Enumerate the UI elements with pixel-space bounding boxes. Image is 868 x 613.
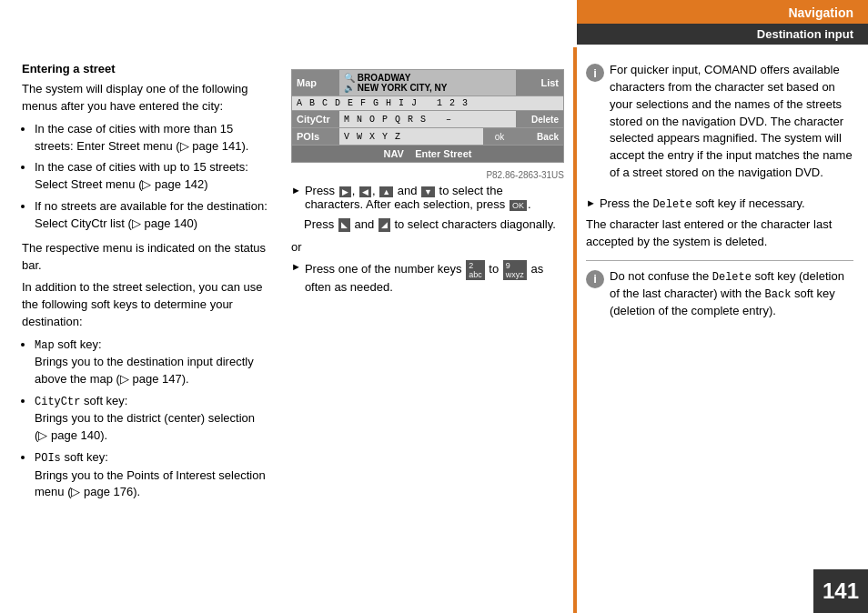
list-item: POIs soft key:Brings you to the Points o… xyxy=(35,449,269,501)
down-arrow-icon: ▼ xyxy=(421,186,435,197)
nav-delete-cell: Delete xyxy=(516,111,563,127)
step1-bullet: ► Press ▶, ◀, ▲ and ▼ to select the char… xyxy=(291,184,564,211)
bullet-list: In the case of cities with more than 15 … xyxy=(35,121,269,233)
delete-key-label: Delete xyxy=(652,198,691,211)
info-box-1: i For quicker input, COMAND offers avail… xyxy=(586,62,853,187)
nav-bottom-row: NAV Enter Street xyxy=(292,146,563,162)
delete-step-text: Press the Delete soft key if necessary. xyxy=(600,196,805,211)
divider xyxy=(586,260,853,261)
list-item: In the case of cities with more than 15 … xyxy=(35,121,269,156)
map-icon: 🔍 BROADWAY xyxy=(344,73,410,83)
list-item: If no streets are available for the dest… xyxy=(35,198,269,233)
intro-text: The system will display one of the follo… xyxy=(22,81,269,116)
right-arrow-icon: ▶ xyxy=(339,186,351,197)
map-label: Map xyxy=(297,77,317,88)
nav-label: NAV xyxy=(383,148,403,159)
header-nav-label: Navigation xyxy=(577,0,868,24)
step2-text: Press one of the number keys 2abc to 9wx… xyxy=(305,260,564,294)
left-column: Entering a street The system will displa… xyxy=(0,47,282,613)
nav-diagram: Map 🔍 BROADWAY 🔉 NEW YORK CITY, NY List … xyxy=(291,69,564,163)
city-label: 🔉 NEW YORK CITY, NY xyxy=(344,83,448,93)
softkey-pois: POIs xyxy=(35,452,61,465)
softkey-map: Map xyxy=(35,339,55,352)
nav-ok-cell: ok xyxy=(483,128,516,145)
nav-caption: P82.86-2863-31US xyxy=(291,170,564,180)
nav-cityctr-cell: CityCtr xyxy=(292,111,339,127)
delete-step-bullet: ► Press the Delete soft key if necessary… xyxy=(586,196,853,211)
list-item: Map soft key:Brings you to the destinati… xyxy=(35,337,269,388)
delete-key-ref: Delete xyxy=(712,271,752,284)
up-arrow-icon: ▲ xyxy=(379,186,393,197)
step1-text: Press ▶, ◀, ▲ and ▼ to select the charac… xyxy=(305,184,564,211)
list-item: CityCtr soft key:Brings you to the distr… xyxy=(35,393,269,445)
para1: The respective menu is indicated on the … xyxy=(22,240,269,275)
right-column: i For quicker input, COMAND offers avail… xyxy=(573,47,868,613)
main-content: Entering a street The system will displa… xyxy=(0,47,868,613)
header: Navigation Destination input xyxy=(577,0,868,47)
back-key-ref: Back xyxy=(765,288,792,301)
nav-map-cell: Map xyxy=(292,70,339,95)
mid-column: Map 🔍 BROADWAY 🔉 NEW YORK CITY, NY List … xyxy=(282,47,573,613)
info-icon-1: i xyxy=(586,64,604,82)
arrow-icon-3: ► xyxy=(586,197,596,208)
diag-right-icon: ◢ xyxy=(378,218,390,232)
enter-street-label: Enter Street xyxy=(415,148,471,159)
ok-icon: OK xyxy=(510,200,527,211)
nav-chars1: A B C D E F G H I J 1 2 3 xyxy=(292,96,563,110)
arrow-icon-2: ► xyxy=(291,261,301,272)
nav-row-pois: POIs V W X Y Z ok Back xyxy=(292,128,563,146)
char-deleted-text: The character last entered or the charac… xyxy=(586,216,853,251)
para2: In addition to the street selection, you… xyxy=(22,279,269,331)
info1-text: For quicker input, COMAND offers availab… xyxy=(610,62,853,182)
diag-left-icon: ◣ xyxy=(338,218,350,232)
info-box-2: i Do not confuse the Delete soft key (de… xyxy=(586,268,853,327)
or-label: or xyxy=(291,239,564,256)
num-key-9: 9wxyz xyxy=(503,260,527,280)
step1b-text: Press ◣ and ◢ to select characters diago… xyxy=(304,216,564,234)
nav-pois-cell: POIs xyxy=(292,128,339,145)
nav-back-cell: Back xyxy=(516,128,563,145)
section-title: Entering a street xyxy=(22,62,269,75)
nav-row-1: Map 🔍 BROADWAY 🔉 NEW YORK CITY, NY List xyxy=(292,70,563,96)
info-icon-2: i xyxy=(586,270,604,288)
softkey-cityctr: CityCtr xyxy=(35,396,80,408)
step2-bullet: ► Press one of the number keys 2abc to 9… xyxy=(291,260,564,294)
softkey-list: Map soft key:Brings you to the destinati… xyxy=(35,337,269,501)
nav-row-cityctr: CityCtr M N O P Q R S – Delete xyxy=(292,111,563,128)
nav-broadway-cell: 🔍 BROADWAY 🔉 NEW YORK CITY, NY xyxy=(339,70,516,95)
info2-text: Do not confuse the Delete soft key (dele… xyxy=(610,268,853,321)
nav-list-cell: List xyxy=(516,70,563,95)
header-dest-label: Destination input xyxy=(577,24,868,45)
list-item: In the case of cities with up to 15 stre… xyxy=(35,159,269,194)
num-key-icon: 2abc xyxy=(466,260,485,280)
nav-row-chars1: A B C D E F G H I J 1 2 3 xyxy=(292,96,563,111)
nav-chars2: M N O P Q R S – xyxy=(339,111,516,127)
nav-chars3: V W X Y Z xyxy=(339,128,483,145)
arrow-icon-1: ► xyxy=(291,185,301,196)
left-arrow-icon: ◀ xyxy=(359,186,371,197)
